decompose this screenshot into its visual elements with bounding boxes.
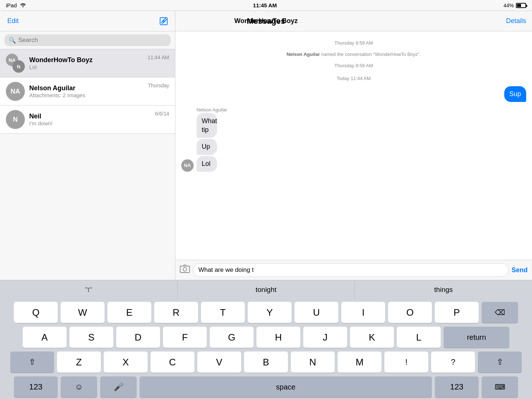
svg-rect-1 [180, 266, 190, 273]
key-z[interactable]: Z [57, 352, 101, 373]
avatar-neil: N [6, 110, 25, 129]
key-f[interactable]: F [163, 327, 207, 348]
conv-time: 11:44 AM [148, 54, 169, 60]
autocomplete-label: "t" [85, 286, 92, 294]
chat-panel: WonderHowTo Boyz Details Thursday 9:59 A… [175, 11, 532, 280]
conversation-item[interactable]: N Neil I'm down! 6/6/14 [0, 106, 175, 134]
message-sender: Nelson Aguilar [197, 107, 227, 113]
key-c[interactable]: C [151, 352, 194, 373]
message-text-input[interactable] [193, 263, 509, 277]
space-key[interactable]: space [140, 376, 432, 398]
camera-button[interactable] [180, 265, 190, 276]
autocomplete-item-t[interactable]: "t" [0, 280, 178, 299]
conv-info: Neil I'm down! [29, 113, 151, 126]
key-l[interactable]: L [397, 327, 441, 348]
key-e[interactable]: E [107, 302, 151, 323]
status-bar: iPad 11:45 AM 44% [0, 0, 532, 11]
compose-button[interactable] [158, 16, 169, 27]
conversation-item[interactable]: NA N WonderHowTo Boyz Lol 11:44 AM [0, 49, 175, 77]
sidebar: Edit Messages 🔍 NA N [0, 11, 175, 280]
num-key-left[interactable]: 123 [14, 376, 58, 398]
autocomplete-item-things[interactable]: things [355, 280, 532, 299]
key-exclaim[interactable]: ! [384, 352, 428, 373]
system-message: Nelson Aguilar named the conversation "W… [181, 52, 526, 57]
key-i[interactable]: I [341, 302, 385, 323]
mic-key[interactable]: 🎤 [100, 376, 137, 398]
key-row-1: Q W E R T Y U I O P ⌫ [1, 302, 531, 323]
key-row-bottom: 123 ☺ 🎤 space 123 ⌨ [1, 376, 531, 398]
send-button[interactable]: Send [512, 266, 528, 274]
conv-info: Nelson Aguilar Attachments: 2 Images [29, 84, 144, 98]
chat-header: WonderHowTo Boyz Details [175, 11, 532, 31]
key-n[interactable]: N [291, 352, 335, 373]
avatar-nelson: NA [6, 82, 25, 101]
return-key[interactable]: return [444, 327, 509, 348]
search-input[interactable] [18, 37, 166, 44]
key-o[interactable]: O [388, 302, 432, 323]
conversation-item[interactable]: NA Nelson Aguilar Attachments: 2 Images … [0, 77, 175, 106]
key-r[interactable]: R [154, 302, 198, 323]
svg-point-2 [183, 267, 187, 271]
key-d[interactable]: D [116, 327, 160, 348]
autocomplete-item-tonight[interactable]: tonight [178, 280, 355, 299]
details-button[interactable]: Details [506, 17, 526, 25]
autocomplete-label: tonight [255, 286, 276, 294]
key-v[interactable]: V [197, 352, 241, 373]
key-w[interactable]: W [61, 302, 104, 323]
key-h[interactable]: H [256, 327, 300, 348]
key-y[interactable]: Y [248, 302, 292, 323]
status-time: 11:45 AM [253, 2, 277, 8]
outgoing-message: Sup [181, 86, 526, 102]
avatar-group: NA N [6, 54, 25, 73]
delete-key[interactable]: ⌫ [482, 302, 518, 323]
status-right: 44% [503, 3, 526, 8]
key-q[interactable]: Q [14, 302, 58, 323]
conv-info: WonderHowTo Boyz Lol [29, 56, 143, 70]
battery-icon [516, 3, 526, 8]
wifi-icon [20, 2, 26, 8]
shift-left-key[interactable]: ⇧ [10, 352, 54, 373]
conv-name: Neil [29, 113, 151, 120]
conv-name: Nelson Aguilar [29, 84, 144, 92]
chat-messages[interactable]: Thursday 9:59 AM Nelson Aguilar named th… [175, 31, 532, 260]
key-row-2: A S D F G H J K L return [1, 327, 531, 348]
search-icon: 🔍 [9, 37, 16, 44]
avatar-sub-n: N [12, 60, 25, 73]
key-k[interactable]: K [350, 327, 394, 348]
conv-preview: Lol [29, 64, 143, 70]
key-b[interactable]: B [244, 352, 288, 373]
key-t[interactable]: T [201, 302, 245, 323]
key-g[interactable]: G [210, 327, 254, 348]
emoji-key[interactable]: ☺ [61, 376, 97, 398]
key-m[interactable]: M [338, 352, 381, 373]
message-bubble: Up [197, 139, 217, 155]
key-u[interactable]: U [294, 302, 338, 323]
search-container: 🔍 [0, 31, 175, 49]
timestamp: Thursday 9:59 AM [181, 40, 526, 46]
shift-right-key[interactable]: ⇧ [478, 352, 522, 373]
conv-name: WonderHowTo Boyz [29, 56, 143, 64]
key-a[interactable]: A [23, 327, 66, 348]
keyboard-hide-key[interactable]: ⌨ [482, 376, 518, 398]
conv-preview: Attachments: 2 Images [29, 92, 144, 98]
timestamp: Today 11:44 AM [181, 76, 526, 81]
key-p[interactable]: P [435, 302, 479, 323]
key-s[interactable]: S [69, 327, 113, 348]
search-bar[interactable]: 🔍 [4, 34, 171, 46]
battery-percent: 44% [503, 3, 514, 8]
avatar-incoming: NA [181, 159, 194, 172]
message-bubble: What tip [197, 113, 217, 138]
incoming-bubbles: What tip Up Lol [197, 113, 231, 172]
key-question[interactable]: ? [431, 352, 475, 373]
autocomplete-bar: "t" tonight things [0, 280, 532, 299]
key-x[interactable]: X [104, 352, 148, 373]
system-bold: Nelson Aguilar [286, 52, 320, 57]
num-key-right[interactable]: 123 [435, 376, 479, 398]
key-j[interactable]: J [303, 327, 347, 348]
conv-preview: I'm down! [29, 120, 151, 126]
edit-button[interactable]: Edit [6, 16, 20, 26]
ipad-label: iPad [6, 2, 17, 8]
conv-time: 6/6/14 [155, 111, 169, 117]
status-left: iPad [6, 2, 26, 8]
message-bubble: Sup [504, 86, 526, 102]
